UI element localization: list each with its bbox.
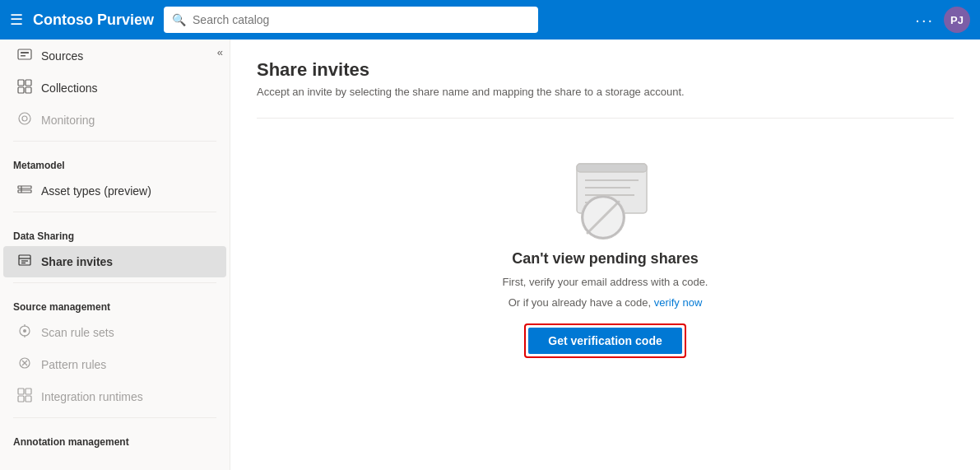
pattern-rules-icon	[16, 356, 33, 374]
monitoring-label: Monitoring	[41, 114, 95, 127]
monitoring-icon	[16, 111, 33, 129]
source-management-section-label: Source management	[0, 288, 230, 316]
svg-rect-26	[26, 396, 31, 402]
integration-runtimes-icon	[16, 388, 33, 406]
sidebar-item-monitoring[interactable]: Monitoring	[3, 105, 226, 136]
divider-3	[13, 282, 216, 283]
sidebar-item-share-invites[interactable]: Share invites	[3, 246, 226, 277]
empty-state: Can't view pending shares First, verify …	[257, 119, 954, 375]
data-sharing-section-label: Data Sharing	[0, 217, 230, 245]
svg-rect-0	[18, 49, 31, 59]
integration-runtimes-label: Integration runtimes	[41, 390, 143, 403]
svg-rect-28	[577, 164, 647, 172]
svg-point-8	[22, 116, 27, 121]
top-nav: ☰ Contoso Purview 🔍 ··· PJ	[0, 0, 980, 40]
asset-types-label: Asset types (preview)	[41, 184, 151, 198]
sidebar-item-integration-runtimes[interactable]: Integration runtimes	[3, 381, 226, 412]
svg-rect-10	[18, 190, 31, 193]
code-line-prefix: Or if you already have a code,	[509, 296, 654, 309]
share-invites-label: Share invites	[41, 255, 113, 268]
scan-rule-sets-label: Scan rule sets	[41, 326, 114, 339]
svg-rect-4	[26, 80, 31, 86]
page-description: Accept an invite by selecting the share …	[257, 86, 954, 98]
empty-state-code-line: Or if you already have a code, verify no…	[509, 296, 703, 309]
search-icon: 🔍	[172, 13, 186, 26]
divider-4	[13, 417, 216, 418]
pattern-rules-label: Pattern rules	[41, 358, 106, 371]
svg-rect-25	[18, 396, 24, 402]
scan-rule-sets-icon	[16, 323, 33, 342]
svg-rect-1	[21, 52, 29, 54]
svg-rect-24	[26, 389, 31, 394]
share-invites-icon	[16, 253, 33, 271]
annotation-management-section-label: Annotation management	[0, 423, 230, 451]
get-verification-code-button[interactable]: Get verification code	[528, 328, 681, 354]
layout: « Sources Collections	[0, 40, 980, 470]
empty-state-desc: First, verify your email address with a …	[503, 276, 708, 288]
svg-rect-9	[18, 186, 31, 188]
verify-button-wrapper: Get verification code	[524, 323, 685, 358]
metamodel-section-label: Metamodel	[0, 147, 230, 175]
sidebar-item-sources[interactable]: Sources	[3, 40, 226, 72]
sidebar-item-scan-rule-sets[interactable]: Scan rule sets	[3, 317, 226, 348]
sidebar: « Sources Collections	[0, 40, 230, 470]
avatar[interactable]: PJ	[944, 7, 970, 33]
svg-rect-5	[18, 87, 24, 93]
sources-icon	[16, 47, 33, 65]
svg-rect-12	[19, 255, 30, 265]
sidebar-item-pattern-rules[interactable]: Pattern rules	[3, 349, 226, 380]
empty-state-title: Can't view pending shares	[512, 250, 698, 268]
hamburger-button[interactable]: ☰	[10, 11, 23, 29]
divider-1	[13, 141, 216, 142]
svg-rect-23	[18, 389, 24, 394]
svg-point-7	[19, 113, 30, 124]
verify-now-link[interactable]: verify now	[654, 296, 703, 309]
main-content: Share invites Accept an invite by select…	[230, 40, 980, 470]
asset-types-icon	[16, 182, 33, 200]
svg-rect-2	[21, 55, 26, 57]
svg-point-17	[23, 329, 26, 333]
svg-rect-6	[26, 87, 31, 93]
app-title: Contoso Purview	[33, 12, 154, 29]
search-input[interactable]	[193, 13, 530, 26]
more-options-button[interactable]: ···	[915, 11, 934, 30]
page-title: Share invites	[257, 59, 954, 81]
sidebar-item-asset-types[interactable]: Asset types (preview)	[3, 175, 226, 207]
divider-2	[13, 212, 216, 212]
svg-rect-3	[18, 80, 24, 86]
sidebar-item-collections[interactable]: Collections	[3, 72, 226, 104]
sidebar-collapse-button[interactable]: «	[217, 46, 223, 58]
search-container: 🔍	[164, 7, 538, 33]
sources-label: Sources	[41, 49, 83, 63]
collections-label: Collections	[41, 81, 97, 95]
collections-icon	[16, 79, 33, 97]
empty-illustration	[552, 151, 659, 242]
